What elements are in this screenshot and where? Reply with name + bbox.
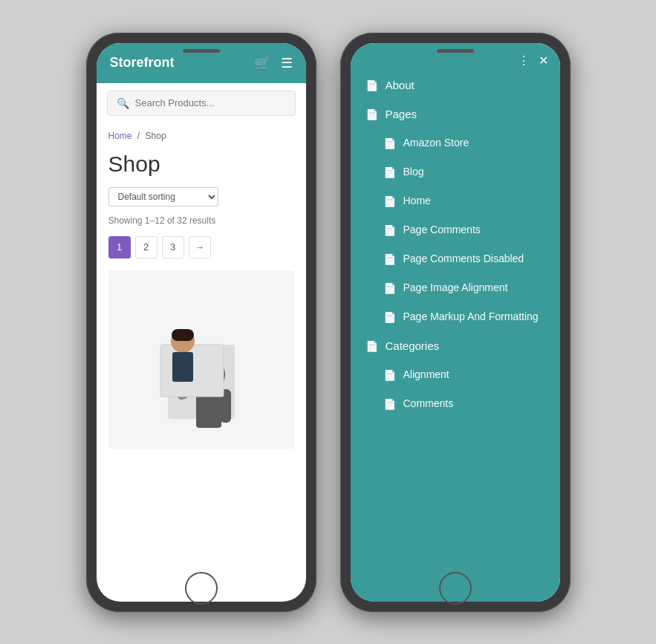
comments-label: Comments (403, 397, 454, 409)
left-phone: Storefront 🛒 ☰ 🔍 Home / Shop Shop Defaul… (86, 33, 316, 612)
breadcrumb-separator: / (137, 131, 140, 141)
search-input[interactable] (135, 97, 286, 108)
page-comments-doc-icon: 📄 (383, 224, 396, 236)
breadcrumb-current: Shop (146, 131, 166, 141)
page-markup-doc-icon: 📄 (383, 311, 396, 323)
nav-blog[interactable]: 📄 Blog (351, 157, 560, 186)
page-comments-disabled-doc-icon: 📄 (383, 253, 396, 265)
nav-page-markup[interactable]: 📄 Page Markup And Formatting (351, 302, 560, 331)
nav-pages[interactable]: 📄 Pages (351, 100, 560, 129)
nav-home[interactable]: 📄 Home (351, 186, 560, 215)
home-label: Home (403, 195, 431, 206)
categories-doc-icon: 📄 (366, 340, 378, 352)
breadcrumb: Home / Shop (97, 123, 306, 146)
page-markup-label: Page Markup And Formatting (403, 310, 539, 322)
blog-doc-icon: 📄 (383, 166, 396, 178)
page-3-button[interactable]: 3 (162, 236, 184, 258)
alignment-doc-icon: 📄 (383, 369, 396, 381)
close-icon[interactable]: ✕ (539, 53, 548, 68)
breadcrumb-home-link[interactable]: Home (108, 131, 132, 141)
search-bar: 🔍 (107, 91, 296, 116)
header-icons: 🛒 ☰ (254, 55, 293, 71)
pages-label: Pages (386, 108, 418, 120)
page-next-button[interactable]: → (189, 236, 211, 258)
right-screen: ⋮ ✕ 📄 About 📄 Pages 📄 Amazon Store 📄 Blo… (351, 43, 560, 602)
sort-dropdown[interactable]: Default sorting Sort by popularity Sort … (108, 187, 218, 206)
about-label: About (386, 79, 415, 91)
blog-label: Blog (403, 166, 424, 178)
page-1-button[interactable]: 1 (108, 236, 131, 258)
sort-select-wrapper: Default sorting Sort by popularity Sort … (108, 187, 294, 206)
ninja-illustration (153, 300, 250, 449)
left-screen: Storefront 🛒 ☰ 🔍 Home / Shop Shop Defaul… (97, 43, 306, 602)
page-title: Shop (97, 146, 306, 187)
dots-icon[interactable]: ⋮ (518, 53, 530, 68)
speaker-right (437, 49, 474, 53)
search-icon: 🔍 (117, 97, 129, 109)
results-count: Showing 1–12 of 32 results (97, 215, 306, 236)
page-comments-disabled-label: Page Comments Disabled (403, 253, 525, 264)
home-doc-icon: 📄 (383, 195, 396, 207)
nav-page-image-alignment[interactable]: 📄 Page Image Alignment (351, 273, 560, 302)
cart-icon[interactable]: 🛒 (254, 55, 270, 71)
amazon-store-label: Amazon Store (403, 137, 470, 149)
nav-page-comments[interactable]: 📄 Page Comments (351, 215, 560, 244)
hamburger-icon[interactable]: ☰ (281, 55, 293, 71)
nav-amazon-store[interactable]: 📄 Amazon Store (351, 129, 560, 157)
menu-top-bar: ⋮ ✕ (351, 43, 560, 71)
product-image (108, 270, 294, 449)
nav-comments[interactable]: 📄 Comments (351, 389, 560, 418)
nav-categories[interactable]: 📄 Categories (351, 331, 560, 360)
nav-alignment[interactable]: 📄 Alignment (351, 360, 560, 389)
menu-overlay: ⋮ ✕ 📄 About 📄 Pages 📄 Amazon Store 📄 Blo… (351, 43, 560, 602)
nav-about[interactable]: 📄 About (351, 71, 560, 100)
categories-label: Categories (386, 339, 440, 352)
nav-page-comments-disabled[interactable]: 📄 Page Comments Disabled (351, 244, 560, 273)
storefront-logo: Storefront (110, 55, 175, 71)
svg-rect-12 (172, 352, 193, 382)
about-doc-icon: 📄 (366, 79, 378, 91)
comments-doc-icon: 📄 (383, 398, 396, 410)
alignment-label: Alignment (403, 368, 449, 380)
home-button-right[interactable] (439, 572, 472, 605)
page-comments-label: Page Comments (403, 224, 481, 235)
amazon-doc-icon: 📄 (383, 137, 396, 149)
pages-doc-icon: 📄 (366, 108, 378, 120)
page-2-button[interactable]: 2 (135, 236, 157, 258)
page-image-alignment-doc-icon: 📄 (383, 282, 396, 294)
pagination: 1 2 3 → (97, 236, 306, 270)
page-image-alignment-label: Page Image Alignment (403, 282, 508, 293)
svg-rect-11 (172, 329, 194, 341)
speaker (183, 49, 220, 53)
home-button[interactable] (185, 572, 218, 605)
right-phone: ⋮ ✕ 📄 About 📄 Pages 📄 Amazon Store 📄 Blo… (340, 33, 571, 612)
